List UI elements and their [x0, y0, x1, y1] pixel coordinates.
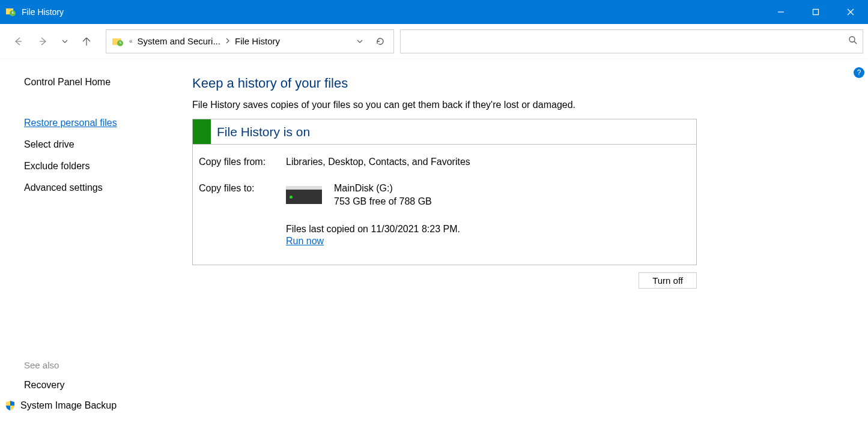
nav-buttons: [5, 32, 100, 51]
titlebar: File History: [0, 0, 868, 24]
copy-from-value: Libraries, Desktop, Contacts, and Favori…: [286, 157, 690, 167]
svg-point-10: [849, 37, 855, 42]
main: Control Panel Home Restore personal file…: [0, 59, 868, 429]
recent-dropdown[interactable]: [59, 32, 71, 51]
copy-from-label: Copy files from:: [199, 157, 286, 167]
forward-button[interactable]: [34, 32, 53, 51]
file-history-icon: [5, 6, 17, 18]
copy-to-label: Copy files to:: [199, 183, 286, 247]
control-panel-home-link[interactable]: Control Panel Home: [24, 77, 180, 88]
exclude-folders-link[interactable]: Exclude folders: [24, 161, 180, 172]
drive-name: MainDisk (G:): [334, 183, 432, 194]
up-button[interactable]: [77, 32, 96, 51]
breadcrumb-part2[interactable]: File History: [235, 36, 280, 46]
see-also-label: See also: [24, 360, 180, 370]
svg-line-11: [854, 41, 857, 44]
search-bar[interactable]: [400, 29, 863, 53]
content: Keep a history of your files File Histor…: [180, 59, 868, 429]
drive-icon: [286, 186, 322, 204]
close-button[interactable]: [833, 0, 868, 24]
page-heading: Keep a history of your files: [192, 76, 844, 91]
refresh-button[interactable]: [372, 37, 389, 46]
address-dropdown[interactable]: [351, 38, 368, 45]
folder-icon: [111, 35, 124, 48]
select-drive-link[interactable]: Select drive: [24, 139, 180, 150]
status-title: File History is on: [211, 125, 310, 139]
advanced-settings-link[interactable]: Advanced settings: [24, 182, 180, 193]
page-description: File History saves copies of your files …: [192, 100, 844, 110]
shield-icon: [5, 400, 16, 411]
chevron-right-icon: [224, 38, 231, 45]
drive-free: 753 GB free of 788 GB: [334, 196, 432, 207]
breadcrumb-part1[interactable]: System and Securi...: [138, 36, 220, 46]
breadcrumb-sep: «: [128, 38, 134, 44]
status-header: File History is on: [193, 119, 696, 145]
minimize-button[interactable]: [763, 0, 798, 24]
status-box: File History is on Copy files from: Libr…: [192, 119, 697, 265]
run-now-link[interactable]: Run now: [286, 236, 324, 247]
window-title: File History: [22, 7, 64, 17]
toolbar: « System and Securi... File History: [0, 24, 868, 59]
last-copied-text: Files last copied on 11/30/2021 8:23 PM.: [286, 224, 690, 235]
turn-off-button[interactable]: Turn off: [639, 272, 697, 289]
sidebar: Control Panel Home Restore personal file…: [0, 59, 180, 429]
status-indicator: [193, 119, 211, 144]
svg-rect-3: [813, 10, 819, 15]
maximize-button[interactable]: [798, 0, 833, 24]
search-icon: [848, 35, 858, 47]
window-controls: [763, 0, 868, 24]
address-bar[interactable]: « System and Securi... File History: [106, 29, 394, 53]
back-button[interactable]: [8, 32, 28, 51]
system-image-backup-link[interactable]: System Image Backup: [20, 400, 117, 411]
recovery-link[interactable]: Recovery: [24, 380, 180, 391]
restore-personal-files-link[interactable]: Restore personal files: [24, 118, 180, 128]
